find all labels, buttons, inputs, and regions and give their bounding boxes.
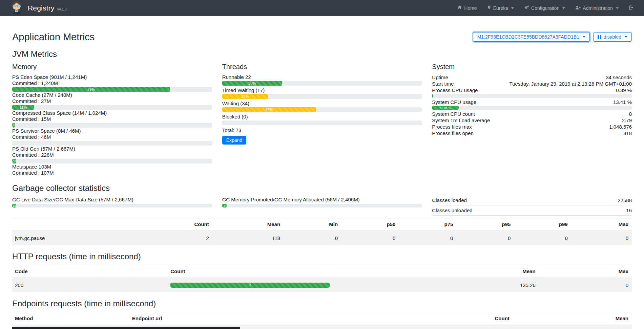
memory-committed: Committed : 46M xyxy=(12,134,212,140)
home-icon xyxy=(457,5,462,11)
thread-state-label: Runnable 22 xyxy=(222,74,422,80)
user-plus-icon xyxy=(575,5,581,11)
gc-classes: Classes loaded 22588 Classes unloaded 16 xyxy=(432,196,632,216)
chevron-down-icon xyxy=(625,36,627,38)
threads-total: Total: 73 xyxy=(222,127,422,133)
endpoints-table: Method Endpoint url Count Mean GET /mana… xyxy=(12,312,632,329)
process-cpu-progress-bar xyxy=(432,94,632,98)
memory-committed: Committed : 15M xyxy=(12,116,212,122)
http-count-progress-bar: 2 xyxy=(170,283,330,288)
memory-progress-bar: 2% xyxy=(12,159,212,163)
nav-home[interactable]: Home xyxy=(457,5,477,11)
system-row: Process files open 318 xyxy=(432,130,632,136)
memory-pool-label: Compressed Class Space (14M / 1,024M) xyxy=(12,110,212,116)
sign-out-icon xyxy=(629,5,634,11)
jhipster-logo xyxy=(10,0,23,16)
chevron-down-icon xyxy=(511,7,514,9)
memory-heading: Memory xyxy=(12,63,212,71)
thread-state-label: Waiting (34) xyxy=(222,101,422,106)
app-version: v4.1.0 xyxy=(57,7,66,11)
system-row: Process CPU usage 0.39 % xyxy=(432,87,632,93)
thread-progress-bar: 23% xyxy=(222,94,422,99)
table-header-row: Method Endpoint url Count Mean xyxy=(12,312,632,325)
memory-committed: Committed : 228M xyxy=(12,152,212,158)
memory-pool-label: PS Old Gen (57M / 2,667M) xyxy=(12,146,212,152)
gc-heading: Garbage collector statistics xyxy=(12,183,632,193)
memory-progress-bar: 1% xyxy=(12,123,212,128)
expand-threads-button[interactable]: Expand xyxy=(222,136,246,145)
http-requests-heading: HTTP requests (time in millisecond) xyxy=(12,252,632,261)
table-header-row: Code Count Mean Max xyxy=(12,265,632,278)
thread-state-label: Blocked (0) xyxy=(222,114,422,119)
chevron-down-icon xyxy=(616,7,619,9)
memory-committed: Committed : 1,240M xyxy=(12,80,212,86)
system-cpu-progress-bar: 13.41 % xyxy=(432,106,632,110)
nav-administration[interactable]: Administration xyxy=(575,5,619,11)
system-row: System CPU usage 13.41 % xyxy=(432,99,632,105)
refresh-state-dropdown[interactable]: disabled xyxy=(593,32,632,42)
main-content: Application Metrics M1:2F93E1CBD2C3FE55B… xyxy=(0,16,644,329)
brand[interactable]: Registry v4.1.0 xyxy=(10,0,66,16)
gears-icon xyxy=(524,5,529,11)
nav-eureka[interactable]: Eureka xyxy=(487,5,514,11)
memory-committed: Committed : 27M xyxy=(12,98,212,104)
pause-icon xyxy=(598,35,601,39)
memory-pool-label: Metaspace 103M xyxy=(12,164,212,170)
nav-items: Home Eureka Configuration Administrati xyxy=(457,5,634,11)
thread-state-label: Timed Waiting (17) xyxy=(222,87,422,93)
nav-signout[interactable] xyxy=(629,5,634,11)
jvm-metrics-heading: JVM Metrics xyxy=(12,49,632,59)
table-row: jvm.gc.pause 2 118 0 0 0 0 0 0 xyxy=(12,231,632,245)
system-row: Process files max 1,048,576 xyxy=(432,124,632,130)
memory-pool-label: PS Survivor Space (0M / 46M) xyxy=(12,128,212,134)
system-heading: System xyxy=(432,63,632,71)
system-row: System 1m Load average 2.79 xyxy=(432,117,632,124)
cutoff-table-header-strip xyxy=(12,327,240,329)
app-title: Registry xyxy=(28,4,55,12)
gc-pause-table: Count Mean Min p50 p75 p95 p99 Max jvm.g… xyxy=(12,218,632,245)
classes-loaded-row: Classes loaded 22588 xyxy=(432,196,632,205)
gc-memory-promoted: GC Memory Promoted/GC Memory Allocated (… xyxy=(222,196,422,216)
thread-progress-bar xyxy=(222,120,422,125)
table-header-row: Count Mean Min p50 p75 p95 p99 Max xyxy=(12,218,632,231)
thread-progress-bar: 47% xyxy=(222,107,422,112)
gc-progress-bar: 13 xyxy=(12,204,212,207)
page-title: Application Metrics xyxy=(12,31,95,43)
system-section: System Uptime 34 seconds Start time Tues… xyxy=(432,62,632,177)
memory-section: Memory PS Eden Space (981M / 1,241M) Com… xyxy=(12,62,212,177)
chevron-down-icon xyxy=(583,36,585,38)
threads-section: Threads Runnable 22 30% Timed Waiting (1… xyxy=(222,62,422,177)
memory-progress-bar: 11% xyxy=(12,105,212,110)
table-row: 200 2 135.26 0 xyxy=(12,278,632,292)
instance-select-dropdown[interactable]: M1:2F93E1CBD2C3FE55BDD8627A3FADD1B1 xyxy=(473,32,590,42)
memory-pool-label: PS Eden Space (981M / 1,241M) xyxy=(12,74,212,80)
gc-live-data: GC Live Data Size/GC Max Data Size (57M … xyxy=(12,196,212,216)
thread-progress-bar: 30% xyxy=(222,81,422,86)
system-row: Uptime 34 seconds xyxy=(432,74,632,81)
chevron-down-icon xyxy=(562,7,565,9)
gc-progress-bar: 3 xyxy=(222,204,422,207)
memory-committed: Committed : 107M xyxy=(12,170,212,176)
memory-progress-bar: 79% xyxy=(12,87,212,92)
http-requests-table: Code Count Mean Max 200 2 135.26 0 xyxy=(12,265,632,292)
navbar: Registry v4.1.0 Home Eureka Confi xyxy=(0,0,644,16)
system-row: Start time Tuesday, January 29, 2019 at … xyxy=(432,81,632,87)
endpoints-requests-heading: Endpoints requests (time in millisecond) xyxy=(12,299,632,308)
memory-pool-label: Code Cache (27M / 240M) xyxy=(12,92,212,98)
memory-progress-bar xyxy=(12,141,212,146)
system-row: System CPU count 8 xyxy=(432,111,632,117)
map-marker-icon xyxy=(487,5,491,11)
classes-unloaded-row: Classes unloaded 16 xyxy=(432,205,632,216)
threads-heading: Threads xyxy=(222,63,422,71)
nav-configuration[interactable]: Configuration xyxy=(524,5,565,11)
